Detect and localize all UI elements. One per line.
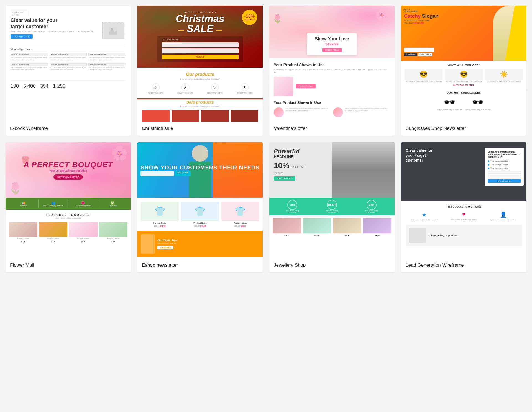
lead-input-1[interactable]: [488, 171, 521, 174]
jewellery-hero-left: Powerful HEADLINE 10% DISCOUNT USE CODE:…: [269, 142, 332, 198]
shirt-name-2: Product Name: [193, 222, 206, 224]
flower-products-title: FEATURED PRODUCTS: [9, 213, 127, 217]
shirt-name-1: Product Name: [153, 222, 166, 224]
christmas-sale-section: Sale products How will our products chan…: [137, 99, 263, 122]
christmas-email-input[interactable]: [162, 42, 239, 47]
stat-value: 190: [11, 83, 19, 89]
product-icon: ♡: [211, 83, 219, 91]
product-icon: ♡: [152, 83, 160, 91]
sunglasses-hot-section: OUR HOT SUNGLASSES 🕶️ SUNGLASSES STYLE: …: [401, 89, 526, 113]
badge-pct-3: 24h: [369, 203, 374, 207]
eshop-style-subscribe-btn[interactable]: SUBSCRIBE: [157, 246, 173, 249]
list-item: Bouquet 4 Name $19: [99, 222, 128, 243]
blue-glasses-icon: 🕶️: [472, 96, 484, 108]
list-item: Bouquet 2 Name $19: [39, 222, 68, 243]
christmas-name-input[interactable]: [162, 48, 239, 53]
card-lead-generation[interactable]: Clear value for your target customer Sup…: [401, 142, 526, 272]
shirt-old-price-3: $25.00: [235, 225, 240, 227]
list-item: 👕 Product Name $80.00 $45.00: [181, 202, 219, 227]
flower-get-offer-btn[interactable]: GET UNIQUE OFFER: [53, 174, 83, 180]
eshop-style-title: Get Style Tips: [157, 238, 259, 242]
product-name: BENEFIT NO. 1 ETC: [148, 92, 163, 94]
card-label-sunglasses: Sunglasses Shop Newsletter: [401, 122, 526, 136]
shirt-name-3: Product Name: [234, 222, 247, 224]
prop-tag: Your Value Proposition: [50, 63, 87, 66]
lead-unique: Unique: [428, 234, 436, 237]
eshop-search-input[interactable]: [140, 171, 174, 176]
card-preview-lead: Clear value for your target customer Sup…: [401, 142, 526, 259]
christmas-products-grid: ♡ BENEFIT NO. 1 ETC ★ BENEFIT NO. 2 ETC …: [142, 83, 258, 94]
card-christmas-sale[interactable]: -10% ALL ITEMS MERRY CHRISTMAS Christmas…: [137, 6, 263, 136]
valentine-section2-title: Your Product Shown in Use: [274, 63, 390, 67]
flower-hero: 🌸 🌷 🌹 A PERFECT BOUQUET Your unique sell…: [6, 142, 131, 198]
card-sunglasses[interactable]: B&R &SUNGLASSES Catchy Slogan Subscribe …: [401, 6, 526, 136]
jewellery-preview: Powerful HEADLINE 10% DISCOUNT USE CODE:…: [269, 142, 395, 240]
list-item: 😎 ONE PAIR OF SUNGLASSES DEDICATED FOR H…: [405, 69, 443, 83]
sunglasses-hero: B&R &SUNGLASSES Catchy Slogan Subscribe …: [401, 6, 526, 61]
sunglasses-subscribe-btn[interactable]: SUBSCRIBE: [404, 53, 417, 56]
flower-product-price-2: $19: [51, 240, 55, 243]
card-eshop-newsletter[interactable]: SHOW YOUR CUSTOMERS THEIR NEEDS SUBSCRIB…: [137, 142, 263, 272]
sunglasses-hot-title: OUR HOT SUNGLASSES: [405, 91, 523, 94]
lead-input-2[interactable]: [488, 175, 521, 178]
badge-label-3: Your unique selling proposition: [365, 210, 378, 213]
list-item: Bouquet 1 Name $19: [9, 222, 37, 243]
list-item: $100: [363, 218, 392, 237]
valentine-section3-title: Your Product Shown in Use: [274, 101, 390, 105]
lead-prop-1: Your value proposition: [488, 160, 521, 162]
jewellery-get-discount-btn[interactable]: GET DISCOUNT: [274, 176, 295, 181]
eshop-subscribe-btn[interactable]: SUBSCRIBE: [175, 171, 190, 176]
jewellery-discount: 10% DISCOUNT: [274, 161, 328, 170]
card-jewellery-shop[interactable]: Powerful HEADLINE 10% DISCOUNT USE CODE:…: [269, 142, 395, 272]
card-valentines-offer[interactable]: 🌸 🌷 Show Your Love $199.99 Order Today Y…: [269, 6, 395, 136]
list-item: ☀️ ONE PAIR OF SUMMER EDITION SUNGLASSES: [485, 69, 523, 83]
lead-trust-text-3: What makes your offer trustworthy?: [490, 219, 516, 221]
lead-cta-btn[interactable]: CALL TO ACTION: [488, 179, 521, 183]
prop-tag: Your Value Proposition: [88, 53, 126, 56]
delivery-text: 3h delivery: [20, 205, 27, 207]
badge-circle-3: 24h: [367, 200, 377, 210]
valentine-product-shown: Order Today: [274, 77, 390, 96]
ebook-headline: Clear value for your target customer: [11, 17, 98, 30]
sunglasses-logo-area: B&R &SUNGLASSES Catchy Slogan Subscribe …: [404, 8, 439, 24]
valentine-order-btn[interactable]: Order Today: [322, 48, 342, 52]
christmas-pickup-btn[interactable]: PICK UP: [162, 55, 239, 59]
lead-trust-title: Trust boosting elements: [406, 205, 522, 208]
list-item: Your Value Proposition Add a description…: [50, 53, 87, 61]
prop-desc: Add a description of your offer and say …: [50, 67, 87, 71]
list-item: Add a description of your offer and say …: [333, 107, 390, 117]
eshop-style-desc: Subscribe to get style tips: [157, 242, 259, 244]
stat-value: 354: [40, 83, 48, 89]
lead-trust-text-2: What makes your offer trustworthy?: [451, 219, 477, 220]
flower-hero-text: A PERFECT BOUQUET Your unique selling pr…: [24, 160, 113, 180]
products-icon: 🌺: [81, 201, 85, 205]
shirt-image-2: 👕: [181, 202, 219, 221]
sunglasses-learn-btn[interactable]: LEARN MORE: [418, 53, 433, 56]
christmas-products-sub: How will our products change your christ…: [142, 78, 258, 80]
sunglasses-product-image-2: 😎: [445, 69, 483, 80]
lead-prop-2: Your value proposition: [488, 163, 521, 166]
product-icon: ★: [241, 83, 249, 91]
valentine-item-desc-2: Add a description of your offer and say …: [345, 107, 390, 112]
jewellery-item-image-2: [303, 218, 331, 233]
jewellery-headline: HEADLINE: [274, 154, 328, 159]
ebook-cta[interactable]: CALL TO ACTION: [11, 34, 33, 39]
list-item: Your Value Proposition Add a description…: [50, 63, 87, 71]
sunglasses-yellow-accent: [504, 6, 526, 61]
jewellery-woman-image: [332, 142, 395, 198]
sale-image-1: [142, 110, 170, 122]
jewellery-discount-pct: 10%: [274, 161, 289, 170]
lead-trust-item-3: 👤 What makes your offer trustworthy?: [485, 211, 522, 221]
sunglasses-email-input[interactable]: [404, 48, 434, 52]
flower-deco-1: 🌸: [111, 145, 128, 161]
card-ebook-wireframe[interactable]: COMPANY LOGO Clear value for your target…: [6, 6, 131, 136]
card-label-valentine: Valentine's offer: [269, 122, 395, 136]
card-flower-mail[interactable]: 🌸 🌷 🌹 A PERFECT BOUQUET Your unique sell…: [6, 142, 131, 272]
eshop-style-person-image: [141, 234, 155, 254]
lead-usp-image: [409, 228, 426, 243]
stat-fresh: ✅ 7 days fresh: [98, 200, 127, 208]
sunglasses-catchy-slogan: Catchy Slogan: [404, 13, 439, 19]
christmas-sale-word: — SALE —: [176, 24, 224, 34]
valentine-order-btn-2[interactable]: Order Today: [296, 84, 316, 88]
flower-decoration-2: 🌷: [272, 14, 282, 24]
